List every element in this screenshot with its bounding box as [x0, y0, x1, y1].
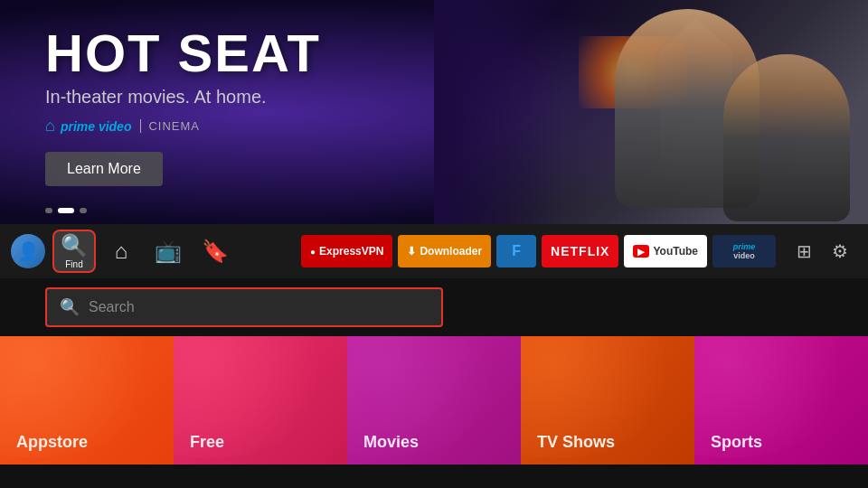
- nav-right-controls: ⊞ ⚙: [787, 234, 857, 268]
- learn-more-button[interactable]: Learn More: [45, 152, 163, 186]
- avatar-icon: 👤: [17, 240, 40, 262]
- cinema-label: CINEMA: [140, 119, 200, 133]
- prime-video-logo: ⌂ prime video: [45, 117, 131, 136]
- category-appstore-label: Appstore: [16, 433, 88, 452]
- expressvpn-label: ExpressVPN: [319, 245, 383, 258]
- category-tiles: Appstore Free Movies TV Shows Sports: [0, 336, 868, 465]
- live-tv-button[interactable]: 📺: [146, 230, 190, 273]
- tv-icon: 📺: [155, 239, 182, 264]
- category-movies-label: Movies: [363, 433, 419, 452]
- search-bar-icon: 🔍: [60, 297, 80, 317]
- prime-video-app[interactable]: prime video: [712, 235, 776, 267]
- search-section: 🔍 Search: [0, 278, 868, 336]
- search-bar[interactable]: 🔍 Search: [45, 287, 443, 327]
- category-sports[interactable]: Sports: [694, 336, 868, 465]
- netflix-label: NETFLIX: [551, 244, 609, 258]
- user-avatar[interactable]: 👤: [11, 234, 45, 268]
- filen-icon: F: [512, 243, 521, 259]
- expressvpn-icon: ●: [310, 247, 316, 257]
- category-free-label: Free: [190, 433, 224, 452]
- downloader-icon: ⬇: [407, 245, 416, 258]
- youtube-label: YouTube: [653, 245, 698, 258]
- category-tvshows[interactable]: TV Shows: [521, 336, 694, 465]
- category-tvshows-label: TV Shows: [537, 433, 615, 452]
- settings-icon: ⚙: [832, 240, 848, 262]
- watchlist-button[interactable]: 🔖: [193, 230, 237, 273]
- search-icon: 🔍: [61, 233, 88, 258]
- search-input[interactable]: Search: [89, 299, 429, 315]
- bookmark-icon: 🔖: [202, 239, 229, 264]
- app-shortcuts: ● ExpressVPN ⬇ Downloader F NETFLIX ▶ Yo…: [301, 235, 776, 267]
- category-free[interactable]: Free: [174, 336, 347, 465]
- hero-brand: ⌂ prime video CINEMA: [45, 117, 321, 136]
- hero-carousel-dots: [45, 208, 87, 213]
- navigation-bar: 👤 🔍 Find ⌂ 📺 🔖 ● ExpressVPN ⬇ Downloader…: [0, 224, 868, 278]
- hero-subtitle: In-theater movies. At home.: [45, 87, 321, 108]
- carousel-dot-2[interactable]: [58, 208, 74, 213]
- find-label: Find: [65, 259, 82, 269]
- hero-title: HOT SEAT: [45, 27, 321, 80]
- carousel-dot-1[interactable]: [45, 208, 52, 213]
- category-movies[interactable]: Movies: [347, 336, 521, 465]
- category-sports-label: Sports: [711, 433, 762, 452]
- hero-content: HOT SEAT In-theater movies. At home. ⌂ p…: [45, 27, 321, 186]
- prime-arrow-icon: ⌂: [45, 117, 55, 136]
- apps-grid-button[interactable]: ⊞: [787, 234, 821, 268]
- home-icon: ⌂: [115, 239, 128, 264]
- grid-icon: ⊞: [797, 240, 812, 262]
- hero-banner: HOT SEAT In-theater movies. At home. ⌂ p…: [0, 0, 868, 224]
- youtube-app[interactable]: ▶ YouTube: [624, 235, 707, 267]
- carousel-dot-3[interactable]: [80, 208, 87, 213]
- prime-video-label: prime: [733, 242, 756, 251]
- find-button[interactable]: 🔍 Find: [52, 230, 96, 273]
- prime-brand-text: prime video: [61, 119, 132, 134]
- settings-button[interactable]: ⚙: [823, 234, 857, 268]
- youtube-icon: ▶: [633, 245, 649, 258]
- downloader-label: Downloader: [420, 245, 482, 258]
- filen-app[interactable]: F: [496, 235, 536, 267]
- netflix-app[interactable]: NETFLIX: [542, 235, 618, 267]
- expressvpn-app[interactable]: ● ExpressVPN: [301, 235, 392, 267]
- category-appstore[interactable]: Appstore: [0, 336, 174, 465]
- prime-video-sub: video: [733, 251, 755, 260]
- downloader-app[interactable]: ⬇ Downloader: [398, 235, 491, 267]
- home-button[interactable]: ⌂: [99, 230, 143, 273]
- hero-image-area: [434, 0, 868, 224]
